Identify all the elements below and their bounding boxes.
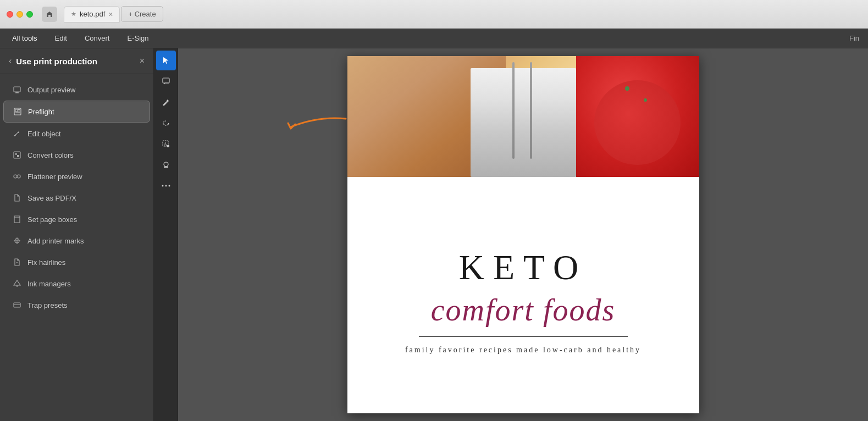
panel-list: Output preview Preflight	[0, 74, 153, 320]
edit-object-icon	[12, 129, 22, 139]
flattener-preview-label: Flattener preview	[27, 173, 82, 181]
panel-item-save-pdfx[interactable]: Save as PDF/X	[3, 187, 150, 208]
document-area: KETO comfort foods family favorite recip…	[178, 48, 868, 421]
maximize-window-button[interactable]	[26, 11, 33, 18]
tab-title: keto.pdf	[80, 10, 105, 18]
save-pdfx-icon	[12, 193, 22, 203]
output-preview-icon	[12, 85, 22, 95]
left-panel: ‹ Use print production × Output preview	[0, 48, 154, 421]
edit-object-label: Edit object	[27, 130, 61, 138]
panel-item-edit-object[interactable]: Edit object	[3, 123, 150, 144]
keto-title: KETO	[459, 247, 587, 288]
svg-point-10	[14, 175, 17, 178]
svg-rect-4	[18, 109, 20, 110]
svg-rect-25	[167, 145, 169, 147]
fix-hairlines-label: Fix hairlines	[27, 258, 65, 267]
tab-bar: ★ keto.pdf × + Create	[64, 6, 861, 23]
titlebar: ★ keto.pdf × + Create	[0, 0, 868, 29]
panel-close-button[interactable]: ×	[140, 56, 145, 66]
food-right-section	[576, 56, 699, 177]
toolbar-column: A	[154, 48, 178, 421]
panel-item-convert-colors[interactable]: Convert colors	[3, 145, 150, 165]
text-select-tool-button[interactable]: A	[156, 134, 176, 154]
set-page-boxes-icon	[12, 214, 22, 224]
menu-esign[interactable]: E-Sign	[124, 32, 152, 45]
keto-subtitle-script: comfort foods	[431, 292, 616, 328]
traffic-lights	[7, 11, 33, 18]
tab-close-icon[interactable]: ×	[108, 10, 113, 19]
svg-point-29	[165, 185, 167, 187]
output-preview-label: Output preview	[27, 86, 75, 94]
panel-item-fix-hairlines[interactable]: Fix hairlines	[3, 252, 150, 273]
panel-item-trap-presets[interactable]: Trap presets	[3, 295, 150, 315]
svg-marker-17	[14, 280, 20, 285]
svg-rect-9	[17, 155, 19, 157]
menu-edit[interactable]: Edit	[52, 32, 70, 45]
add-printer-marks-label: Add printer marks	[27, 237, 84, 245]
svg-point-11	[17, 175, 20, 178]
spoon-shape	[530, 62, 532, 159]
more-tools-button[interactable]	[156, 176, 176, 196]
divider-line	[419, 336, 628, 337]
trap-presets-icon	[12, 300, 22, 310]
add-printer-marks-icon	[12, 236, 22, 246]
food-middle-section	[471, 68, 576, 177]
stamp-tool-button[interactable]	[156, 155, 176, 175]
ink-managers-label: Ink managers	[27, 280, 71, 288]
preflight-label: Preflight	[28, 108, 54, 116]
panel-header-left: ‹ Use print production	[9, 56, 97, 66]
close-window-button[interactable]	[7, 11, 13, 18]
svg-point-30	[168, 185, 170, 187]
flattener-preview-icon	[12, 171, 22, 181]
svg-point-28	[162, 185, 163, 187]
svg-rect-8	[15, 153, 17, 155]
panel-item-add-printer-marks[interactable]: Add printer marks	[3, 230, 150, 251]
svg-rect-3	[15, 109, 18, 112]
panel-item-output-preview[interactable]: Output preview	[3, 79, 150, 100]
select-tool-button[interactable]	[156, 51, 176, 70]
new-tab-label: + Create	[128, 10, 156, 18]
food-image	[347, 56, 699, 177]
preflight-icon	[13, 107, 23, 117]
panel-item-set-page-boxes[interactable]: Set page boxes	[3, 209, 150, 230]
draw-tool-button[interactable]	[156, 92, 176, 112]
panel-header: ‹ Use print production ×	[0, 48, 153, 74]
svg-rect-0	[14, 87, 20, 92]
svg-rect-19	[14, 303, 20, 307]
main-area: ‹ Use print production × Output preview	[0, 48, 868, 421]
menubar: All tools Edit Convert E-Sign Fin	[0, 29, 868, 48]
svg-rect-6	[15, 113, 20, 113]
convert-colors-label: Convert colors	[27, 151, 74, 159]
home-button[interactable]	[42, 7, 57, 22]
document-content: KETO comfort foods family favorite recip…	[347, 177, 699, 413]
svg-rect-21	[163, 78, 169, 83]
svg-point-26	[164, 162, 168, 167]
convert-colors-icon	[12, 150, 22, 160]
keto-description: family favorite recipes made low-carb an…	[405, 346, 641, 354]
lasso-tool-button[interactable]	[156, 113, 176, 133]
menu-convert[interactable]: Convert	[81, 32, 113, 45]
new-tab-button[interactable]: + Create	[121, 6, 163, 22]
document-page: KETO comfort foods family favorite recip…	[347, 56, 699, 413]
panel-item-ink-managers[interactable]: Ink managers	[3, 273, 150, 294]
save-pdfx-label: Save as PDF/X	[27, 194, 76, 202]
ink-managers-icon	[12, 279, 22, 289]
panel-item-flattener-preview[interactable]: Flattener preview	[3, 166, 150, 187]
fork-shape	[512, 62, 515, 159]
svg-rect-27	[164, 167, 168, 168]
panel-item-preflight[interactable]: Preflight	[3, 101, 150, 123]
minimize-window-button[interactable]	[16, 11, 23, 18]
menu-all-tools[interactable]: All tools	[9, 32, 41, 45]
svg-text:A: A	[164, 142, 167, 147]
comment-tool-button[interactable]	[156, 71, 176, 91]
svg-rect-5	[18, 111, 20, 112]
panel-back-button[interactable]: ‹	[9, 56, 12, 66]
arrow-annotation	[263, 108, 351, 143]
garnish-2	[644, 98, 647, 102]
trap-presets-label: Trap presets	[27, 301, 68, 309]
bowl-inner	[594, 80, 681, 165]
current-tab[interactable]: ★ keto.pdf ×	[64, 6, 120, 23]
fix-hairlines-icon	[12, 257, 22, 267]
star-icon: ★	[71, 10, 76, 18]
set-page-boxes-label: Set page boxes	[27, 215, 77, 224]
